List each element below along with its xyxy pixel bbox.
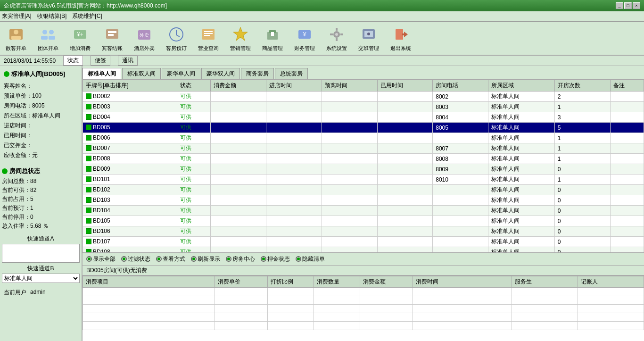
- table-row[interactable]: BD101可供8010标准单人间1: [83, 175, 644, 185]
- col-area[interactable]: 所属区域: [488, 80, 554, 91]
- table-row[interactable]: BD007可供8007标准单人间1: [83, 143, 644, 154]
- hide-list-radio[interactable]: [296, 256, 301, 262]
- room-status-title: 房间总状态: [2, 167, 80, 175]
- checkin-rate-row: 总入住率：5.68 ％: [2, 222, 80, 230]
- room-service-radio[interactable]: [226, 256, 231, 262]
- refresh-radio[interactable]: [191, 256, 197, 262]
- col-checkout[interactable]: 预离时间: [322, 80, 377, 91]
- finance-button[interactable]: ¥ 财务管理: [292, 25, 317, 52]
- comm-tab[interactable]: 通讯: [118, 56, 138, 66]
- table-row[interactable]: BD009可供8009标准单人间0: [83, 164, 644, 175]
- table-row[interactable]: BD006可供标准单人间1: [83, 133, 644, 143]
- filter-status-option[interactable]: 过滤状态: [121, 255, 150, 263]
- refresh-label: 刷新显示: [198, 255, 220, 263]
- tab-business-suite[interactable]: 商务套房: [241, 68, 274, 79]
- table-row[interactable]: BD004可供8004标准单人间3: [83, 112, 644, 123]
- shift-button[interactable]: 交班管理: [356, 25, 381, 52]
- room-name-title: 标准单人间[BD005]: [4, 70, 78, 78]
- col-status[interactable]: 状态: [177, 80, 211, 91]
- table-row[interactable]: BD106可供标准单人间0: [83, 226, 644, 237]
- table-row[interactable]: BD002可供8002标准单人间2: [83, 91, 644, 102]
- show-all-option[interactable]: 显示全部: [86, 255, 116, 263]
- col-checkin[interactable]: 进店时间: [266, 80, 322, 91]
- col-phone[interactable]: 房间电话: [433, 80, 488, 91]
- total-rooms-row: 房间总数：88: [2, 177, 80, 185]
- maximize-btn[interactable]: □: [624, 2, 632, 9]
- svg-rect-31: [330, 33, 333, 35]
- close-btn[interactable]: ×: [633, 2, 640, 9]
- consume-row-empty2: [83, 296, 644, 305]
- table-row[interactable]: BD104可供标准单人间0: [83, 206, 644, 216]
- app-title: 企虎酒店管理系统v6.5试用版[官方网站：http://www.qh8000.c…: [4, 2, 167, 10]
- svg-point-35: [367, 33, 370, 35]
- col-note[interactable]: 备注: [610, 80, 644, 91]
- reserve-label: 客房预订: [166, 45, 187, 52]
- minimize-btn[interactable]: _: [616, 2, 623, 9]
- exit-icon: [391, 25, 410, 44]
- window-controls[interactable]: _ □ ×: [616, 2, 640, 9]
- exit-button[interactable]: 退出系统: [388, 25, 413, 52]
- table-row[interactable]: BD008可供8008标准单人间1: [83, 154, 644, 164]
- table-row[interactable]: BD005可供8005标准单人间5: [83, 123, 644, 133]
- col-used[interactable]: 已用时间: [377, 80, 433, 91]
- settings-button[interactable]: 系统设置: [324, 25, 349, 52]
- goods-button[interactable]: 商品管理: [260, 25, 285, 52]
- stopped-rooms-row: 当前停用：0: [2, 213, 80, 221]
- area-label: 所在区域：标准单人间: [4, 112, 60, 119]
- col-room-id[interactable]: 手牌号[单击排序]: [83, 80, 177, 91]
- table-row[interactable]: BD102可供标准单人间0: [83, 185, 644, 195]
- marketing-button[interactable]: 营销管理: [228, 25, 253, 52]
- group-button[interactable]: 团体开单: [36, 25, 60, 52]
- menu-system[interactable]: 系统维护[C]: [72, 12, 102, 20]
- filter-status-radio[interactable]: [121, 256, 127, 262]
- checkout-label: 宾客结账: [102, 45, 123, 52]
- table-row[interactable]: BD103可供标准单人间0: [83, 195, 644, 206]
- table-row[interactable]: BD003可供8003标准单人间1: [83, 102, 644, 112]
- tab-standard-single[interactable]: 标准单人间: [83, 68, 121, 79]
- checkout-button[interactable]: 宾客结账: [100, 25, 124, 52]
- col-consume-item: 消费项目: [83, 276, 215, 288]
- quick-b-select[interactable]: 标准单人间: [2, 274, 80, 283]
- svg-rect-5: [41, 36, 48, 40]
- table-row[interactable]: BD107可供标准单人间0: [83, 237, 644, 247]
- status-tab[interactable]: 状态: [63, 56, 83, 66]
- show-all-label: 显示全部: [93, 255, 116, 263]
- quick-b-label: 快速通道B: [2, 265, 80, 273]
- note-tab[interactable]: 便签: [91, 56, 110, 66]
- col-consume[interactable]: 消费金额: [211, 80, 266, 91]
- tab-presidential[interactable]: 总统套房: [275, 68, 308, 79]
- sidebar: 标准单人间[BD005] 宾客姓名： 预设单价：100 房间电话：8005 所在…: [0, 66, 83, 341]
- menu-cashier[interactable]: 收银结算[B]: [37, 12, 67, 20]
- takeout-button[interactable]: 外卖 酒店外卖: [132, 25, 157, 52]
- show-all-radio[interactable]: [86, 256, 92, 262]
- svg-rect-29: [336, 28, 338, 31]
- room-service-option[interactable]: 房务中心: [226, 255, 255, 263]
- tab-luxury-double[interactable]: 豪华双人间: [201, 68, 240, 79]
- preset-price-label: 预设单价：100: [4, 92, 41, 99]
- deposit-status-radio[interactable]: [261, 256, 266, 262]
- tab-luxury-single[interactable]: 豪华单人间: [162, 68, 200, 79]
- consume-button[interactable]: ¥+ 增加消费: [68, 25, 92, 52]
- view-mode-radio[interactable]: [156, 256, 162, 262]
- takeout-icon: 外卖: [135, 25, 154, 44]
- refresh-option[interactable]: 刷新显示: [191, 255, 220, 263]
- svg-rect-30: [336, 38, 338, 41]
- deposit-label: 已交押金：: [4, 142, 32, 149]
- checkin-button[interactable]: 散客开单: [4, 25, 28, 52]
- svg-rect-6: [49, 36, 55, 40]
- main-layout: 标准单人间[BD005] 宾客姓名： 预设单价：100 房间电话：8005 所在…: [0, 66, 644, 341]
- tab-standard-double[interactable]: 标准双人间: [122, 68, 161, 79]
- business-button[interactable]: 营业查询: [196, 25, 221, 52]
- toolbar: 散客开单 团体开单 ¥+ 增加消费 宾客结账 外卖 酒店外卖 客房预订 营业查询: [0, 22, 644, 56]
- col-count[interactable]: 开房次数: [554, 80, 610, 91]
- deposit-status-option[interactable]: 押金状态: [261, 255, 290, 263]
- view-mode-option[interactable]: 查看方式: [156, 255, 185, 263]
- hide-list-option[interactable]: 隐藏清单: [296, 255, 325, 263]
- reserve-button[interactable]: 客房预订: [164, 25, 189, 52]
- shift-label: 交班管理: [358, 45, 379, 52]
- menu-guest[interactable]: 来宾管理[A]: [2, 12, 32, 20]
- occupied-rooms-row: 当前占用：5: [2, 195, 80, 203]
- table-row[interactable]: BD108可供标准单人间0: [83, 247, 644, 253]
- svg-point-28: [335, 33, 338, 36]
- table-row[interactable]: BD105可供标准单人间0: [83, 216, 644, 226]
